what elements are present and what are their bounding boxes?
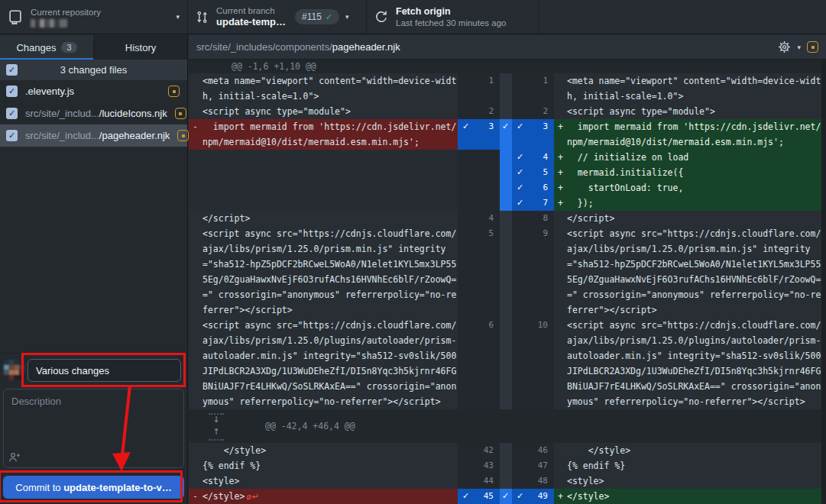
old-line-gutter[interactable]: [458, 180, 500, 195]
new-line-number: 8: [543, 211, 548, 226]
diff-row: {% endif %}4347{% endif %}: [189, 458, 821, 473]
diff-options-gear-icon[interactable]: [778, 40, 791, 53]
hunk-selected-check-icon: ✓: [502, 119, 509, 134]
commit-summary-input[interactable]: [28, 359, 181, 382]
tab-history[interactable]: History: [93, 35, 187, 60]
old-line-gutter[interactable]: ✓3: [458, 119, 500, 150]
new-line-gutter[interactable]: 10: [512, 318, 554, 409]
hunk-select-strip[interactable]: ✓: [500, 489, 512, 504]
hunk-selected-check-icon: ✓: [502, 489, 509, 504]
old-code-cell: </script>: [189, 211, 458, 226]
current-repository-label: Current repository: [31, 7, 101, 18]
pr-status-badge[interactable]: #115✓: [295, 9, 339, 24]
commit-description-textarea[interactable]: [3, 389, 184, 468]
new-line-number: 10: [538, 318, 548, 333]
fetch-origin-button[interactable]: Fetch origin Last fetched 30 minutes ago: [367, 0, 539, 34]
diff-pane: src/site/_includes/components/pageheader…: [189, 35, 826, 504]
hunk-select-strip[interactable]: [500, 318, 512, 409]
expand-down-icon[interactable]: ↓: [209, 413, 224, 427]
hunk-select-strip[interactable]: [500, 73, 512, 104]
new-line-gutter[interactable]: ✓3: [512, 119, 554, 150]
new-line-gutter[interactable]: 9: [512, 226, 554, 318]
line-selected-check-icon: ✓: [517, 165, 523, 180]
hunk-header-text: @@ -42,4 +46,4 @@: [265, 421, 355, 431]
hunk-select-strip[interactable]: [500, 180, 512, 195]
file-checkbox[interactable]: ✓: [6, 86, 18, 97]
old-code-cell: </style>: [189, 443, 458, 458]
new-line-gutter[interactable]: 48: [512, 473, 554, 489]
code-text: <script async type="module">: [567, 106, 715, 117]
no-newline-icon: ⌀↵: [246, 492, 260, 502]
new-line-gutter[interactable]: ✓4: [512, 150, 554, 165]
diff-row: ✓7+ });: [189, 195, 821, 211]
new-line-gutter[interactable]: 47: [512, 458, 554, 473]
new-code-cell: <meta name="viewport" content="width=dev…: [554, 73, 821, 104]
old-line-gutter[interactable]: 1: [458, 73, 500, 104]
hunk-select-strip[interactable]: [500, 473, 512, 489]
new-line-gutter[interactable]: 2: [512, 104, 554, 119]
hunk-select-strip[interactable]: [500, 165, 512, 180]
hunk-select-strip[interactable]: [500, 458, 512, 473]
modified-icon: [175, 108, 186, 119]
current-repository-button[interactable]: Current repository ▾: [0, 0, 188, 34]
code-text: import mermaid from 'https://cdn.jsdeliv…: [202, 121, 456, 147]
select-all-checkbox[interactable]: ✓: [6, 64, 18, 76]
new-line-gutter[interactable]: 8: [512, 211, 554, 226]
file-name: src/site/_includ.../pageheader.njk: [25, 130, 170, 141]
diff-row: ✓6+ startOnLoad: true,: [189, 180, 821, 195]
commit-button[interactable]: Commit to update-template-to-v…: [3, 476, 184, 499]
repository-icon: [8, 9, 23, 24]
code-text: <script async src="https://cdnjs.cloudfl…: [567, 320, 821, 407]
old-line-number: 1: [488, 73, 494, 89]
code-text: </script>: [202, 213, 250, 224]
fetch-origin-title: Fetch origin: [396, 5, 507, 18]
file-list-empty-space: [0, 147, 187, 353]
new-line-gutter[interactable]: 46: [512, 443, 554, 458]
file-checkbox[interactable]: ✓: [6, 108, 18, 119]
new-line-gutter[interactable]: ✓6: [512, 180, 554, 195]
new-line-gutter[interactable]: ✓49: [512, 489, 554, 504]
hunk-select-strip[interactable]: [500, 150, 512, 165]
old-line-gutter[interactable]: 2: [458, 104, 500, 119]
hunk-select-strip[interactable]: [500, 104, 512, 119]
diff-file-header: src/site/_includes/components/pageheader…: [189, 35, 826, 60]
old-line-gutter[interactable]: 4: [458, 211, 500, 226]
hunk-select-strip[interactable]: [500, 211, 512, 226]
modified-icon: [168, 86, 180, 97]
old-line-gutter[interactable]: [458, 150, 500, 165]
old-line-gutter[interactable]: 44: [458, 473, 500, 489]
old-line-gutter[interactable]: 5: [458, 226, 500, 318]
file-row[interactable]: ✓.eleventy.js: [0, 80, 187, 102]
diff-row: ✓5+ mermaid.initialize({: [189, 165, 821, 180]
new-line-gutter[interactable]: ✓7: [512, 195, 554, 211]
old-line-gutter[interactable]: 43: [458, 458, 500, 473]
current-branch-button[interactable]: Current branch update-temp… #115✓ ▾: [188, 0, 367, 34]
new-code-cell: + mermaid.initialize({: [554, 165, 821, 180]
file-row[interactable]: ✓src/site/_includ.../pageheader.njk: [0, 124, 187, 147]
new-line-gutter[interactable]: ✓5: [512, 165, 554, 180]
expand-up-icon[interactable]: ↑: [209, 427, 224, 441]
file-checkbox[interactable]: ✓: [6, 130, 18, 141]
old-line-gutter[interactable]: 6: [458, 318, 500, 409]
tab-changes[interactable]: Changes 3: [0, 35, 93, 60]
file-row[interactable]: ✓src/site/_includ.../lucideIcons.njk: [0, 102, 187, 124]
diff-rows: @@ -1,6 +1,10 @@<meta name="viewport" co…: [189, 60, 826, 504]
add-coauthor-icon[interactable]: [8, 451, 21, 464]
removed-marker: -: [193, 119, 198, 134]
old-line-gutter[interactable]: [458, 195, 500, 211]
old-line-gutter[interactable]: ✓45: [458, 489, 500, 504]
added-marker: +: [558, 119, 563, 134]
hunk-select-strip[interactable]: [500, 226, 512, 318]
hunk-select-strip[interactable]: ✓: [500, 119, 512, 150]
hunk-select-strip[interactable]: [500, 195, 512, 211]
changes-count-badge: 3: [61, 42, 76, 53]
diff-scrollbar[interactable]: [821, 60, 826, 504]
chevron-down-icon[interactable]: ▾: [797, 44, 801, 51]
hunk-select-strip[interactable]: [500, 443, 512, 458]
new-line-gutter[interactable]: 1: [512, 73, 554, 104]
code-text: <script async type="module">: [202, 106, 351, 117]
pr-number: #115: [302, 11, 322, 22]
old-line-gutter[interactable]: 42: [458, 443, 500, 458]
old-line-gutter[interactable]: [458, 165, 500, 180]
diff-row: ✓4+ // initialize on load: [189, 150, 821, 165]
